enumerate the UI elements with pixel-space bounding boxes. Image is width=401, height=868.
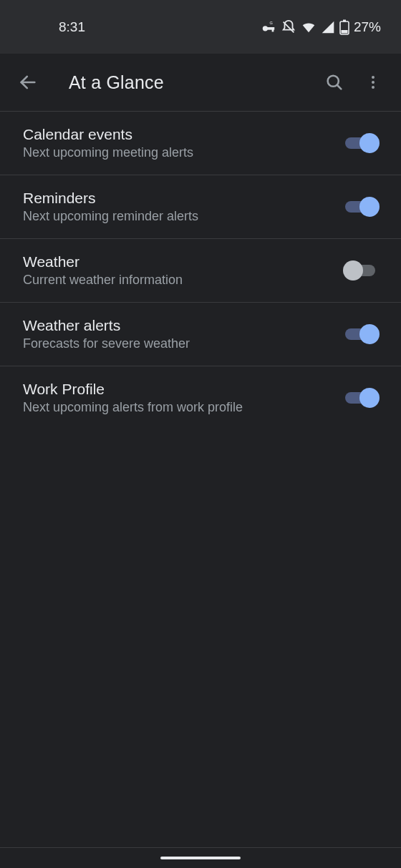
setting-text: Reminders Next upcoming reminder alerts	[23, 190, 345, 224]
status-battery-pct: 27%	[354, 19, 381, 35]
setting-row-weather-alerts[interactable]: Weather alerts Forecasts for severe weat…	[0, 303, 401, 366]
setting-subtitle: Forecasts for severe weather	[23, 336, 334, 351]
svg-point-12	[372, 76, 375, 79]
setting-text: Calendar events Next upcoming meeting al…	[23, 126, 345, 160]
setting-title: Reminders	[23, 190, 334, 207]
wifi-icon	[301, 19, 317, 35]
svg-text:G: G	[269, 21, 272, 25]
switch-work-profile[interactable]	[345, 388, 380, 408]
vpn-key-icon: G	[261, 19, 276, 35]
setting-title: Weather	[23, 253, 334, 270]
svg-rect-7	[343, 19, 346, 21]
arrow-back-icon	[18, 72, 38, 92]
setting-title: Weather alerts	[23, 317, 334, 334]
cell-signal-icon	[321, 20, 335, 34]
svg-rect-8	[341, 30, 347, 34]
setting-row-reminders[interactable]: Reminders Next upcoming reminder alerts	[0, 175, 401, 238]
svg-line-11	[337, 85, 342, 89]
status-bar: 8:31 G 27%	[0, 0, 401, 54]
nav-handle-icon	[160, 857, 241, 859]
back-button[interactable]	[9, 63, 47, 102]
switch-reminders[interactable]	[345, 197, 380, 217]
search-button[interactable]	[315, 63, 354, 102]
svg-point-14	[372, 86, 375, 89]
nav-bar[interactable]	[0, 848, 401, 868]
overflow-menu-button[interactable]	[354, 63, 392, 102]
page-title: At a Glance	[69, 72, 315, 93]
setting-subtitle: Current weather information	[23, 273, 334, 288]
svg-point-13	[372, 81, 375, 84]
setting-text: Work Profile Next upcoming alerts from w…	[23, 381, 345, 415]
setting-title: Calendar events	[23, 126, 334, 143]
switch-weather-alerts[interactable]	[345, 324, 380, 344]
status-time: 8:31	[59, 19, 85, 35]
setting-row-work-profile[interactable]: Work Profile Next upcoming alerts from w…	[0, 366, 401, 429]
search-icon	[324, 72, 344, 92]
switch-calendar[interactable]	[345, 133, 380, 153]
dnd-off-icon	[281, 19, 296, 35]
setting-row-weather[interactable]: Weather Current weather information	[0, 239, 401, 302]
setting-subtitle: Next upcoming reminder alerts	[23, 209, 334, 224]
app-bar: At a Glance	[0, 54, 401, 111]
status-right: G 27%	[261, 19, 381, 35]
setting-subtitle: Next upcoming alerts from work profile	[23, 400, 334, 415]
svg-rect-2	[272, 27, 274, 31]
more-vert-icon	[364, 74, 382, 91]
setting-subtitle: Next upcoming meeting alerts	[23, 145, 334, 160]
setting-text: Weather Current weather information	[23, 253, 345, 288]
battery-icon	[339, 19, 349, 35]
setting-text: Weather alerts Forecasts for severe weat…	[23, 317, 345, 351]
setting-row-calendar[interactable]: Calendar events Next upcoming meeting al…	[0, 112, 401, 175]
setting-title: Work Profile	[23, 381, 334, 398]
switch-weather[interactable]	[345, 260, 380, 281]
